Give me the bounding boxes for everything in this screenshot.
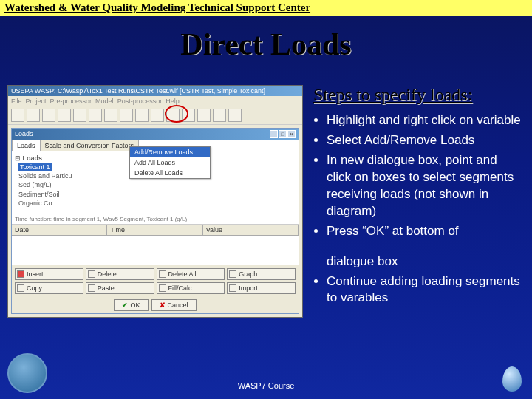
fillcalc-button[interactable]: Fill/Calc xyxy=(157,282,225,294)
loads-titlebar: Loads _ □ × xyxy=(12,129,299,140)
minus-icon xyxy=(88,270,95,278)
x-icon: ✘ xyxy=(160,301,166,309)
steps-title: Steps to specify loads: xyxy=(313,85,525,105)
col-date: Date xyxy=(12,225,107,235)
grid-body[interactable] xyxy=(12,236,299,265)
check-icon: ✔ xyxy=(122,301,128,309)
menu-item[interactable]: File xyxy=(11,98,22,105)
trash-icon xyxy=(159,270,166,278)
toolbar-button[interactable] xyxy=(213,109,226,122)
toolbar-button[interactable] xyxy=(73,109,86,122)
chart-icon xyxy=(229,270,236,278)
tree-root[interactable]: Loads xyxy=(23,154,43,162)
close-icon[interactable]: × xyxy=(287,130,296,138)
copy-button[interactable]: Copy xyxy=(15,282,83,294)
header-bar: Watershed & Water Quality Modeling Techn… xyxy=(0,0,532,16)
steps-list-3: Continue adding loading segments to vara… xyxy=(313,273,525,307)
app-menubar: File Project Pre-processor Model Post-pr… xyxy=(8,96,302,106)
grid-hint: Time function: time in segment 1, Wav5 S… xyxy=(12,214,299,225)
delete-button[interactable]: Delete xyxy=(86,268,154,280)
toolbar-button[interactable] xyxy=(135,109,149,122)
menu-item[interactable]: Pre-processor xyxy=(50,98,92,105)
tree-item-selected[interactable]: Toxicant 1 xyxy=(18,163,52,171)
step-item: In new dialogue box, point and click on … xyxy=(327,152,525,220)
cancel-button[interactable]: ✘Cancel xyxy=(151,299,197,311)
import-icon xyxy=(229,284,236,292)
ok-cancel-row: ✔OK ✘Cancel xyxy=(12,297,299,313)
step-item-cont: dialogue box xyxy=(327,253,525,270)
tree-item[interactable]: Solids and Particu xyxy=(18,172,72,180)
paste-button[interactable]: Paste xyxy=(86,282,154,294)
grid-header: Date Time Value xyxy=(12,225,299,236)
tree-item[interactable]: Sediment/Soil xyxy=(18,191,60,198)
menu-add-all-loads[interactable]: Add All Loads xyxy=(130,157,210,168)
slide-title: Direct Loads xyxy=(0,27,532,62)
paste-icon xyxy=(88,284,95,292)
plus-icon xyxy=(17,270,24,278)
graph-button[interactable]: Graph xyxy=(227,268,296,280)
step-item: Continue adding loading segments to vara… xyxy=(327,273,525,307)
menu-item[interactable]: Model xyxy=(95,98,114,105)
steps-list-2: dialogue box xyxy=(313,253,525,270)
copy-icon xyxy=(17,284,24,292)
step-item: Highlight and right click on variable xyxy=(327,112,525,129)
context-menu: Add/Remove Loads Add All Loads Delete Al… xyxy=(129,146,211,179)
toolbar-button[interactable] xyxy=(89,109,102,122)
toolbar-button[interactable] xyxy=(11,109,24,122)
loads-tree[interactable]: ⊟ Loads Toxicant 1 Solids and Particu Se… xyxy=(12,151,115,214)
steps-list: Highlight and right click on variable Se… xyxy=(313,112,525,240)
highlight-oval-icon xyxy=(165,105,188,123)
tab-scale[interactable]: Scale and Conversion Factors xyxy=(40,140,140,151)
toolbar-button[interactable] xyxy=(228,109,242,122)
loads-window: Loads _ □ × Loads Scale and Conversion F… xyxy=(11,128,299,314)
menu-item[interactable]: Project xyxy=(26,98,47,105)
toolbar-button[interactable] xyxy=(151,109,164,122)
loads-title-text: Loads xyxy=(15,130,33,138)
ok-button[interactable]: ✔OK xyxy=(114,299,148,311)
toolbar-button[interactable] xyxy=(58,109,71,122)
import-button[interactable]: Import xyxy=(227,282,296,294)
toolbar-button[interactable] xyxy=(104,109,117,122)
content-row: USEPA WASP: C:\Wasp7\Tox1 Test Runs\CSTR… xyxy=(0,85,532,318)
insert-button[interactable]: Insert xyxy=(15,268,83,280)
tree-item[interactable]: Sed (mg/L) xyxy=(18,181,52,188)
app-titlebar: USEPA WASP: C:\Wasp7\Tox1 Test Runs\CSTR… xyxy=(8,86,302,96)
menu-add-remove-loads[interactable]: Add/Remove Loads xyxy=(130,147,210,157)
tree-item[interactable]: Organic Co xyxy=(18,200,52,207)
toolbar-button[interactable] xyxy=(197,109,211,122)
toolbar-button[interactable] xyxy=(120,109,133,122)
app-screenshot: USEPA WASP: C:\Wasp7\Tox1 Test Runs\CSTR… xyxy=(7,85,303,318)
menu-delete-all-loads[interactable]: Delete All Loads xyxy=(130,168,210,178)
toolbar-button[interactable] xyxy=(27,109,40,122)
maximize-icon[interactable]: □ xyxy=(279,130,287,138)
calc-icon xyxy=(159,284,166,292)
epa-seal-icon xyxy=(7,353,47,393)
tab-loads[interactable]: Loads xyxy=(12,140,41,151)
app-toolbar xyxy=(8,106,302,125)
step-item: Press “OK” at bottom of xyxy=(327,223,525,240)
toolbar-button[interactable] xyxy=(42,109,55,122)
delete-all-button[interactable]: Delete All xyxy=(157,268,225,280)
minimize-icon[interactable]: _ xyxy=(270,130,278,138)
col-value: Value xyxy=(203,225,299,235)
footer-course: WASP7 Course xyxy=(238,381,295,390)
menu-item[interactable]: Post-processor xyxy=(117,98,163,105)
menu-item[interactable]: Help xyxy=(166,98,180,105)
loads-button-grid: Insert Delete Delete All Graph Copy Past… xyxy=(12,265,299,297)
step-item: Select Add/Remove Loads xyxy=(327,132,525,149)
water-drop-icon xyxy=(502,366,522,392)
col-time: Time xyxy=(107,225,202,235)
steps-panel: Steps to specify loads: Highlight and ri… xyxy=(303,85,525,318)
